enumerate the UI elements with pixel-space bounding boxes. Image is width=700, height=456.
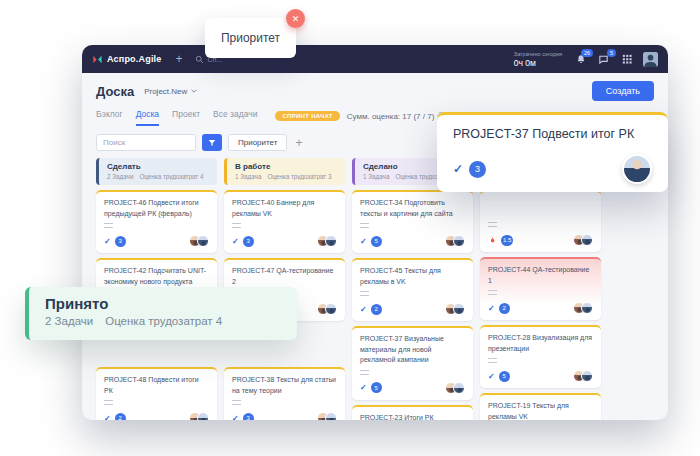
topbar: Аспро.Agile + Сп... Затрачено сегодня 0ч… bbox=[82, 45, 668, 73]
board-column: Сделано1 ЗадачаОценка трудозатрат 6PROJE… bbox=[352, 158, 473, 420]
accepted-callout-count: 2 Задачи bbox=[45, 315, 93, 327]
assignee-avatars bbox=[449, 235, 465, 247]
task-score-badge: 5 bbox=[499, 371, 510, 382]
task-title: PROJECT-48 Подвести итоги РК bbox=[104, 375, 209, 396]
assignee-avatar bbox=[325, 235, 337, 247]
description-icon bbox=[488, 358, 497, 363]
column-header[interactable]: Сделать2 ЗадачиОценка трудозатрат 4 bbox=[96, 158, 217, 185]
app-logo[interactable]: Аспро.Agile bbox=[92, 54, 162, 65]
apps-menu-button[interactable] bbox=[620, 53, 633, 66]
task-card[interactable]: PROJECT-46 Подвести итоги предыдущей РК … bbox=[96, 190, 217, 253]
page-header: Доска Project.New Создать bbox=[82, 73, 668, 104]
messages-button[interactable]: 5 bbox=[597, 53, 610, 66]
task-card[interactable]: PROJECT-48 Подвести итоги РК✓2 bbox=[96, 367, 217, 420]
task-card[interactable]: PROJECT-45 Тексты для рекламы в VK✓2 bbox=[352, 258, 473, 321]
assignee-avatars bbox=[449, 303, 465, 315]
assignee-avatars bbox=[577, 302, 593, 314]
assignee-avatars bbox=[577, 234, 593, 246]
task-card-footer: ✓5 bbox=[488, 370, 593, 382]
search-icon bbox=[195, 55, 204, 64]
task-card[interactable]: PROJECT-44 QA-тестирование 1✓2 bbox=[480, 257, 601, 320]
task-card[interactable]: PROJECT-28 Визуализация для презентации✓… bbox=[480, 325, 601, 388]
assignee-avatar bbox=[453, 235, 465, 247]
logo-icon bbox=[92, 54, 103, 65]
task-title: PROJECT-42 Подсчитать UNIT-экономику нов… bbox=[104, 266, 209, 287]
column-header[interactable]: В работе1 ЗадачаОценка трудозатрат 3 bbox=[224, 158, 345, 185]
project-select[interactable]: Project.New bbox=[144, 87, 197, 96]
notifications-button[interactable]: 26 bbox=[574, 53, 587, 66]
project-name: Project.New bbox=[144, 87, 187, 96]
task-card[interactable]: PROJECT-40 Баннер для рекламы VK✓3 bbox=[224, 190, 345, 253]
column-task-count: 1 Задача bbox=[363, 173, 389, 180]
task-title: PROJECT-47 QA-тестирование 2 bbox=[232, 266, 337, 287]
fire-icon bbox=[488, 235, 497, 245]
task-title: PROJECT-38 Тексты для статьи на тему тео… bbox=[232, 375, 337, 396]
accepted-column-callout: Принято 2 Задачи Оценка трудозатрат 4 bbox=[25, 287, 297, 340]
task-score-badge: 3 bbox=[469, 161, 486, 178]
task-card-footer: 1.5 bbox=[488, 234, 593, 246]
task-title: PROJECT-45 Тексты для рекламы в VK bbox=[360, 266, 465, 287]
column-name: Сделать bbox=[107, 162, 209, 171]
check-icon: ✓ bbox=[360, 383, 367, 392]
task-score-badge: 3 bbox=[243, 413, 254, 421]
quick-add-icon[interactable]: + bbox=[176, 53, 183, 65]
tab-Все задачи[interactable]: Все задачи bbox=[213, 106, 257, 126]
task-card-footer: ✓3 bbox=[232, 235, 337, 247]
task-card[interactable]: 1.5 bbox=[480, 190, 601, 252]
logo-text: Аспро.Agile bbox=[107, 54, 162, 64]
tab-Проект[interactable]: Проект bbox=[172, 106, 200, 126]
description-icon bbox=[360, 291, 369, 296]
description-icon bbox=[104, 400, 113, 405]
messages-badge: 5 bbox=[607, 49, 616, 58]
funnel-icon bbox=[208, 139, 216, 147]
accepted-callout-title: Принято bbox=[45, 295, 281, 312]
task-card-footer: ✓3 bbox=[232, 412, 337, 420]
close-icon[interactable]: ✕ bbox=[286, 9, 305, 28]
task-score-badge: 1.5 bbox=[501, 235, 513, 246]
column-estimate: Оценка трудозатрат 4 bbox=[139, 173, 203, 180]
sprint-status-badge: СПРИНТ НАЧАТ bbox=[275, 111, 339, 121]
task-card[interactable]: PROJECT-34 Подготовить тексты и картинки… bbox=[352, 190, 473, 253]
task-score-badge: 5 bbox=[371, 236, 382, 247]
assignee-avatar bbox=[622, 154, 652, 184]
add-filter-button[interactable]: + bbox=[295, 136, 302, 150]
check-icon: ✓ bbox=[232, 237, 239, 246]
check-icon: ✓ bbox=[488, 304, 495, 313]
app-window: Аспро.Agile + Сп... Затрачено сегодня 0ч… bbox=[82, 45, 668, 420]
check-icon: ✓ bbox=[453, 162, 463, 176]
priority-tooltip: Приоритет ✕ bbox=[205, 18, 296, 58]
column-meta: 2 ЗадачиОценка трудозатрат 4 bbox=[107, 173, 209, 180]
tab-Доска[interactable]: Доска bbox=[136, 106, 159, 126]
task-score-badge: 2 bbox=[115, 413, 126, 421]
chevron-down-icon bbox=[191, 89, 197, 93]
task-title: PROJECT-23 Итоги РК bbox=[360, 413, 465, 421]
column-name: В работе bbox=[235, 162, 337, 171]
description-icon bbox=[488, 290, 497, 295]
assignee-avatars bbox=[193, 235, 209, 247]
task-card[interactable]: PROJECT-23 Итоги РК✓5 bbox=[352, 405, 473, 421]
tab-Бэклог[interactable]: Бэклог bbox=[96, 106, 123, 126]
assignee-avatar bbox=[325, 412, 337, 420]
assignee-avatar bbox=[453, 303, 465, 315]
task-title: PROJECT-19 Тексты для рекламы VK bbox=[488, 401, 593, 420]
description-icon bbox=[488, 222, 497, 227]
accepted-callout-estimate: Оценка трудозатрат 4 bbox=[105, 315, 222, 327]
description-icon bbox=[360, 370, 369, 375]
filter-button[interactable] bbox=[202, 134, 222, 151]
assignee-avatar bbox=[325, 303, 337, 315]
task-card[interactable]: PROJECT-38 Тексты для статьи на тему тео… bbox=[224, 367, 345, 420]
search-input[interactable] bbox=[96, 134, 196, 151]
board-column: Принято2 ЗадачиОценка трудозатрат 41.5PR… bbox=[480, 158, 601, 420]
task-card-footer: ✓3 bbox=[104, 235, 209, 247]
task-card-callout: PROJECT-37 Подвести итог РК ✓ 3 bbox=[437, 112, 668, 192]
priority-filter-chip[interactable]: Приоритет bbox=[228, 134, 287, 151]
task-card[interactable]: PROJECT-19 Тексты для рекламы VK✓5 bbox=[480, 393, 601, 420]
assignee-avatar bbox=[581, 302, 593, 314]
task-card[interactable]: PROJECT-37 Визуальные материалы для ново… bbox=[352, 326, 473, 400]
assignee-avatars bbox=[321, 235, 337, 247]
assignee-avatars bbox=[193, 412, 209, 420]
create-button[interactable]: Создать bbox=[592, 81, 654, 101]
task-score-badge: 3 bbox=[115, 236, 126, 247]
assignee-avatar bbox=[581, 370, 593, 382]
user-avatar[interactable] bbox=[643, 52, 658, 67]
